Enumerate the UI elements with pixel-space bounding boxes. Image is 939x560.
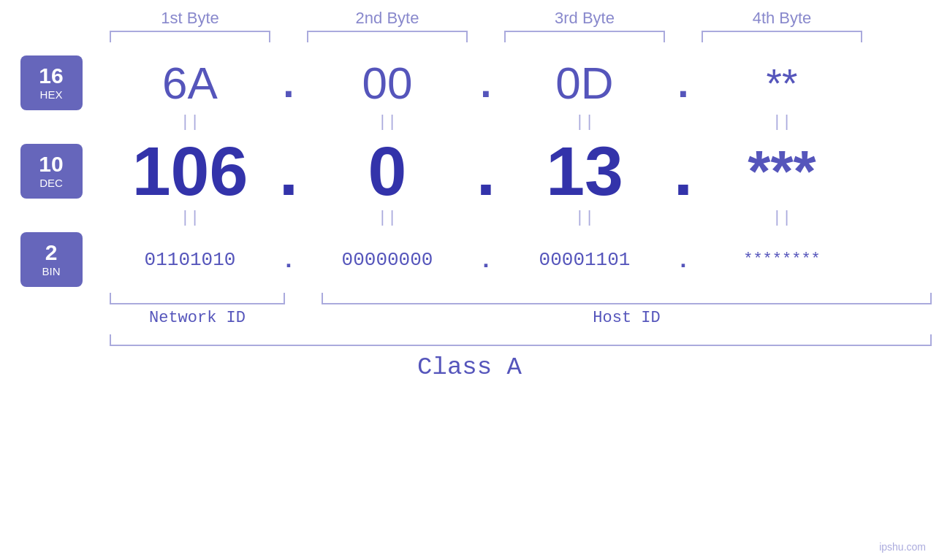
class-label: Class A <box>0 353 939 381</box>
main-container: 1st Byte 2nd Byte 3rd Byte 4th Byte 16 H… <box>0 0 939 560</box>
eq2-b2: || <box>307 209 468 227</box>
class-bracket <box>110 334 932 346</box>
dec-b2: 0 <box>307 137 468 206</box>
watermark: ipshu.com <box>879 541 926 553</box>
byte3-header: 3rd Byte <box>504 9 665 28</box>
bracket-byte4 <box>702 31 862 42</box>
dec-b1: 106 <box>110 137 270 206</box>
bin-b1: 01101010 <box>110 249 270 271</box>
bracket-byte1 <box>110 31 270 42</box>
dec-badge: 10 DEC <box>20 144 83 199</box>
hex-dot2: . <box>475 60 497 107</box>
eq1-b3: || <box>504 113 665 131</box>
bracket-byte3 <box>504 31 665 42</box>
dec-b4: *** <box>702 142 862 201</box>
byte1-header: 1st Byte <box>110 9 270 28</box>
hex-b3: 0D <box>504 57 665 109</box>
bin-badge-col: 2 BIN <box>0 232 102 287</box>
byte4-header: 4th Byte <box>702 9 862 28</box>
bin-dot1: . <box>278 246 300 273</box>
bin-b4: ******** <box>702 250 862 269</box>
hex-b2: 00 <box>307 57 468 109</box>
hex-dot3: . <box>672 60 694 107</box>
eq1-b4: || <box>702 113 862 131</box>
bin-dot2: . <box>475 246 497 273</box>
bracket-byte2 <box>307 31 468 42</box>
dec-b3: 13 <box>504 137 665 206</box>
bin-b2: 00000000 <box>307 249 468 271</box>
eq1-b2: || <box>307 113 468 131</box>
hex-badge-col: 16 HEX <box>0 55 102 110</box>
eq1-b1: || <box>110 113 270 131</box>
eq2-b1: || <box>110 209 270 227</box>
dec-dot1: . <box>278 137 300 206</box>
hex-b4: ** <box>702 60 862 107</box>
hex-badge: 16 HEX <box>20 55 83 110</box>
dec-dot3: . <box>672 137 694 206</box>
host-bracket <box>322 293 932 304</box>
bin-dot3: . <box>672 246 694 273</box>
network-bracket <box>110 293 285 304</box>
eq2-b3: || <box>504 209 665 227</box>
byte2-header: 2nd Byte <box>307 9 468 28</box>
eq2-b4: || <box>702 209 862 227</box>
host-id-label: Host ID <box>322 309 932 327</box>
dec-badge-col: 10 DEC <box>0 144 102 199</box>
hex-dot1: . <box>278 60 300 107</box>
bin-badge: 2 BIN <box>20 232 83 287</box>
bin-b3: 00001101 <box>504 249 665 271</box>
hex-b1: 6A <box>110 57 270 109</box>
network-id-label: Network ID <box>110 309 285 327</box>
dec-dot2: . <box>475 137 497 206</box>
